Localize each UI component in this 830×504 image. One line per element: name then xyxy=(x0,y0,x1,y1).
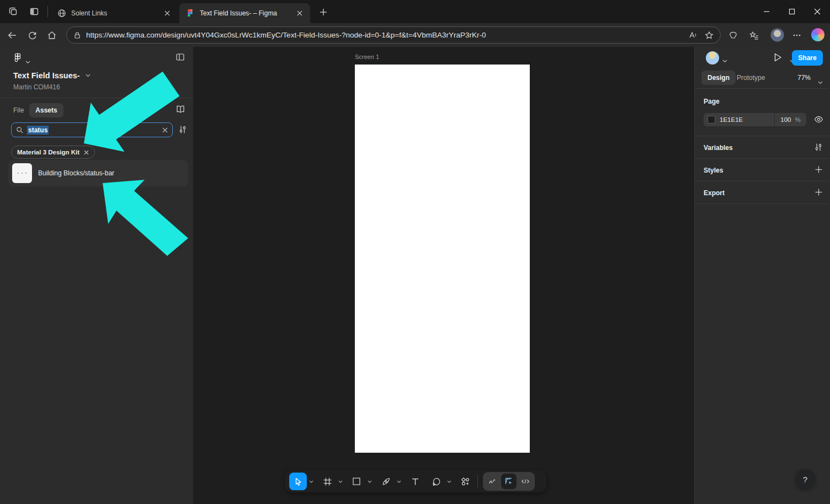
left-panel-header: Text Field Issues- Martin COM416 xyxy=(0,47,193,98)
comment-tool-chevron-icon[interactable] xyxy=(445,473,453,490)
file-owner: Martin COM416 xyxy=(13,83,60,91)
zoom-chevron-icon[interactable] xyxy=(818,77,823,87)
tab-assets[interactable]: Assets xyxy=(29,103,63,117)
comment-tool-button[interactable] xyxy=(427,473,445,490)
shape-tool-button[interactable] xyxy=(348,473,365,490)
library-filter-chip[interactable]: Material 3 Design Kit xyxy=(11,146,95,159)
frame-tool-chevron-icon[interactable] xyxy=(336,473,344,490)
url-text: https://www.figma.com/design/uvt4Y04Gxc0… xyxy=(86,31,680,39)
chip-label: Material 3 Design Kit xyxy=(17,149,79,156)
pen-tool-chevron-icon[interactable] xyxy=(395,473,403,490)
search-icon xyxy=(16,126,23,133)
file-title-row[interactable]: Text Field Issues- xyxy=(13,71,91,80)
right-panel: Share Design Prototype 77% Page 1E1E1E 1… xyxy=(694,47,830,504)
text-tool-button[interactable] xyxy=(406,473,424,490)
tab-figma-active[interactable]: Text Field Issues- – Figma xyxy=(179,3,310,23)
add-style-icon[interactable] xyxy=(815,165,823,176)
page-section: Page 1E1E1E 100 % xyxy=(695,89,830,136)
opacity-field[interactable]: 100 % xyxy=(774,113,806,126)
draw-mode-icon[interactable] xyxy=(485,474,500,489)
code-mode-icon[interactable] xyxy=(518,474,533,489)
mode-toggle-group xyxy=(483,472,535,491)
globe-icon xyxy=(57,9,66,18)
browser-profile-avatar[interactable] xyxy=(770,28,784,42)
tab-actions-icon[interactable] xyxy=(28,5,41,18)
collapse-panel-icon[interactable] xyxy=(175,52,185,64)
favorites-bar-icon[interactable] xyxy=(747,29,760,42)
back-icon[interactable] xyxy=(6,29,19,42)
user-avatar[interactable] xyxy=(706,51,719,65)
chevron-down-icon[interactable] xyxy=(722,55,727,65)
tab-design[interactable]: Design xyxy=(701,71,736,85)
home-icon[interactable] xyxy=(45,29,58,42)
tab-close-icon[interactable] xyxy=(162,8,172,18)
library-book-icon[interactable] xyxy=(175,104,185,116)
actions-tool-button[interactable] xyxy=(456,473,474,490)
move-tool-button[interactable] xyxy=(289,473,307,490)
share-button[interactable]: Share xyxy=(792,50,823,66)
canvas[interactable]: Screen 1 xyxy=(193,47,694,504)
dev-mode-icon[interactable] xyxy=(501,474,517,489)
section-title: Export xyxy=(704,189,725,197)
left-panel: Text Field Issues- Martin COM416 File As… xyxy=(0,47,193,504)
close-window-icon[interactable] xyxy=(805,0,830,23)
copilot-icon[interactable] xyxy=(811,28,824,41)
section-styles[interactable]: Styles xyxy=(695,159,830,181)
refresh-icon[interactable] xyxy=(25,29,39,42)
maximize-icon[interactable] xyxy=(779,0,805,23)
move-tool-chevron-icon[interactable] xyxy=(307,473,315,490)
address-bar[interactable]: https://www.figma.com/design/uvt4Y04Gxc0… xyxy=(66,26,721,44)
color-hex-value[interactable]: 1E1E1E xyxy=(720,116,774,123)
right-panel-tabs: Design Prototype 77% xyxy=(695,69,830,89)
tab-prototype[interactable]: Prototype xyxy=(737,74,765,82)
read-aloud-icon[interactable] xyxy=(688,31,697,40)
frame-label[interactable]: Screen 1 xyxy=(355,53,379,60)
new-tab-icon[interactable] xyxy=(317,6,330,19)
figma-app: Text Field Issues- Martin COM416 File As… xyxy=(0,47,830,504)
tab-title: Text Field Issues- – Figma xyxy=(200,9,295,17)
figma-favicon-icon xyxy=(186,9,195,18)
frame-tool-button[interactable] xyxy=(318,473,336,490)
search-row: status xyxy=(0,122,193,146)
tab-solent-links[interactable]: Solent Links xyxy=(51,3,178,23)
tab-close-icon[interactable] xyxy=(295,8,305,18)
artboard-screen-1[interactable] xyxy=(355,65,530,453)
more-menu-icon[interactable] xyxy=(790,29,804,42)
chevron-down-icon[interactable] xyxy=(25,56,30,66)
figma-menu-icon[interactable] xyxy=(13,53,22,65)
page-color-control[interactable]: 1E1E1E 100 % xyxy=(704,113,806,126)
window-controls xyxy=(754,0,830,23)
add-export-icon[interactable] xyxy=(815,188,823,199)
pen-tool-button[interactable] xyxy=(377,473,395,490)
search-input[interactable]: status xyxy=(11,122,173,137)
opacity-unit: % xyxy=(795,116,800,123)
workspaces-icon[interactable] xyxy=(7,5,20,18)
shape-tool-chevron-icon[interactable] xyxy=(365,473,374,490)
browser-essentials-icon[interactable] xyxy=(726,29,739,42)
asset-result-item[interactable]: Building Blocks/status-bar xyxy=(8,160,188,186)
browser-tab-strip: Solent Links Text Field Issues- – Figma xyxy=(0,0,830,23)
section-title: Variables xyxy=(704,144,733,152)
right-panel-header: Share xyxy=(695,47,830,69)
search-value: status xyxy=(27,126,49,135)
lock-icon xyxy=(73,31,81,39)
section-export[interactable]: Export xyxy=(695,181,830,204)
tab-file[interactable]: File xyxy=(13,106,24,114)
zoom-level[interactable]: 77% xyxy=(797,74,811,82)
present-play-icon[interactable] xyxy=(773,52,783,65)
asset-result-label: Building Blocks/status-bar xyxy=(38,169,114,177)
help-button[interactable]: ? xyxy=(795,469,815,489)
clear-search-icon[interactable] xyxy=(162,127,168,133)
visibility-eye-icon[interactable] xyxy=(814,115,823,126)
color-swatch[interactable] xyxy=(707,116,715,124)
variables-filter-icon[interactable] xyxy=(814,143,823,154)
minimize-icon[interactable] xyxy=(754,0,779,23)
section-variables[interactable]: Variables xyxy=(695,136,830,159)
page-section-title: Page xyxy=(704,98,720,105)
search-filter-icon[interactable] xyxy=(178,125,187,136)
remove-chip-icon[interactable] xyxy=(84,150,89,155)
left-panel-tabs: File Assets xyxy=(0,98,193,122)
tab-divider xyxy=(47,6,48,17)
opacity-value: 100 xyxy=(780,116,791,123)
favorite-star-icon[interactable] xyxy=(705,31,714,40)
